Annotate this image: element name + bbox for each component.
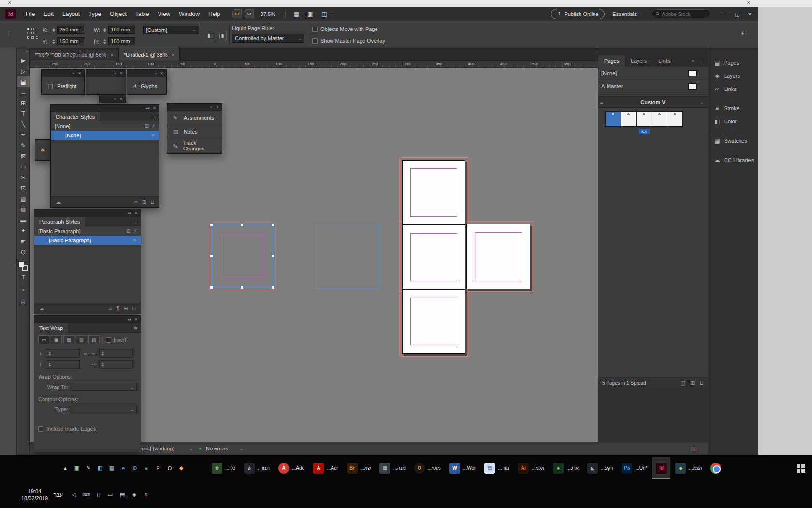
zoom-tool[interactable]: Ϙ bbox=[17, 247, 30, 257]
app-illustrator[interactable]: Ai...אלמ bbox=[514, 457, 548, 479]
checkbox-icon[interactable] bbox=[312, 27, 318, 32]
panel-tab-text-wrap[interactable]: Text Wrap bbox=[34, 323, 68, 333]
style-row-selected[interactable]: [None] ✕ bbox=[51, 131, 159, 140]
publish-online-button[interactable]: ↥ Publish Online bbox=[551, 9, 605, 19]
spread-page-top[interactable] bbox=[402, 160, 465, 225]
selection-handle[interactable] bbox=[271, 254, 275, 258]
page-thumbnail-3[interactable]: A bbox=[636, 111, 652, 127]
arrange-documents-dropdown[interactable]: ◫ ⌄ bbox=[321, 11, 332, 17]
sidebar-item-pages[interactable]: ▤Pages bbox=[708, 56, 758, 69]
close-icon[interactable]: ✕ bbox=[153, 106, 156, 110]
menu-file[interactable]: File bbox=[21, 7, 39, 21]
page-tool[interactable]: ▤ bbox=[17, 76, 30, 87]
liquid-page-rule-dropdown[interactable]: Controlled by Master ⌄ bbox=[232, 34, 304, 43]
wrap-mode-button-0[interactable]: ▭ bbox=[38, 335, 49, 344]
cc-sync-icon[interactable]: ☁ bbox=[56, 199, 61, 205]
workspace-dropdown[interactable]: Essentials ⌄ bbox=[612, 11, 643, 17]
stepper-icon[interactable] bbox=[102, 39, 107, 44]
stepper-icon[interactable] bbox=[51, 28, 56, 32]
field-value[interactable]: 100 mm bbox=[108, 26, 135, 34]
master-row[interactable]: A-Master bbox=[598, 80, 708, 93]
panel-menu-icon[interactable]: ≡ bbox=[700, 58, 703, 64]
wrap-mode-button-4[interactable]: ▧ bbox=[88, 335, 100, 344]
app-adobe[interactable]: A...Ado bbox=[275, 457, 308, 479]
screen-mode-button[interactable]: ⊡ bbox=[17, 296, 30, 309]
styles-list[interactable] bbox=[34, 245, 141, 303]
new-style-icon[interactable]: ⊞ bbox=[145, 123, 149, 129]
expand-icon[interactable]: » bbox=[114, 71, 116, 75]
document-tab[interactable]: *קטלוג ספרי לימוד.indd @ 56%✕ bbox=[30, 48, 119, 61]
close-icon[interactable]: ✕ bbox=[134, 317, 138, 322]
menu-help[interactable]: Help bbox=[204, 7, 225, 21]
background-close-icon[interactable]: ✕ bbox=[747, 0, 751, 5]
toolbar-expand-icon[interactable]: » bbox=[17, 48, 29, 55]
app-docs[interactable]: ▤...מוד bbox=[480, 457, 513, 479]
page-thumbnail-4[interactable]: A bbox=[652, 111, 667, 127]
quick-apply-icon[interactable]: ⚡ bbox=[152, 123, 155, 129]
wrap-mode-button-1[interactable]: ▣ bbox=[51, 335, 62, 344]
pen-tool[interactable]: ✒ bbox=[17, 130, 30, 140]
menu-table[interactable]: Table bbox=[131, 7, 154, 21]
document-tab[interactable]: *Untitled-1 @ 38%✕ bbox=[119, 48, 180, 61]
fill-stroke-controls[interactable] bbox=[18, 261, 28, 271]
wrap-mode-button-3[interactable]: ▥ bbox=[76, 335, 87, 344]
page-thumbnail-2[interactable]: A bbox=[621, 111, 637, 127]
language-indicator[interactable]: עבר bbox=[54, 492, 63, 498]
wrap-to-dropdown[interactable]: ⌄ bbox=[72, 383, 137, 391]
content-collector-tool[interactable]: ⊞ bbox=[17, 98, 30, 108]
menu-window[interactable]: Window bbox=[174, 7, 204, 21]
zoom-level-dropdown[interactable]: 37.5% ⌄ bbox=[261, 11, 281, 17]
edit-spread-icon[interactable]: ◫ bbox=[681, 380, 685, 386]
delete-style-icon[interactable]: ⊔ bbox=[132, 306, 136, 311]
screen-mode-dropdown[interactable]: ▣ ⌄ bbox=[307, 11, 318, 17]
eject-icon[interactable]: ⇧ bbox=[141, 490, 152, 500]
panel-item-track-changes[interactable]: ↹Track Changes bbox=[167, 139, 222, 153]
app-word[interactable]: W...Wor bbox=[446, 457, 479, 479]
close-icon[interactable]: ✕ bbox=[119, 71, 123, 75]
tablet-icon[interactable]: ▯ bbox=[93, 490, 103, 500]
shield-icon[interactable]: ◈ bbox=[129, 490, 140, 500]
delete-style-icon[interactable]: ⊔ bbox=[150, 199, 154, 205]
panel-menu-icon[interactable]: ≡ bbox=[153, 114, 156, 120]
control-checkbox-1[interactable]: Show Master Page Overlay bbox=[312, 38, 385, 44]
sidebar-item-stroke[interactable]: ≡Stroke bbox=[708, 102, 758, 115]
app-attach[interactable]: ◆...הצמ bbox=[671, 457, 706, 479]
panel-tab-paragraph-styles[interactable]: Paragraph Styles bbox=[34, 217, 85, 226]
tab-close-icon[interactable]: ✕ bbox=[110, 53, 114, 57]
gradient-feather-tool[interactable]: ▨ bbox=[17, 204, 30, 215]
app-archive[interactable]: ♣...ארכ bbox=[549, 457, 582, 479]
panel-item-notes[interactable]: ▤Notes bbox=[167, 125, 222, 139]
close-icon[interactable]: ✕ bbox=[119, 97, 123, 101]
panel-menu-icon[interactable]: ≡ bbox=[134, 325, 137, 331]
panel-tab-layers[interactable]: Layers bbox=[625, 55, 652, 67]
alternate-layout-header[interactable]: ≣ Custom V ⌄ bbox=[598, 96, 708, 108]
card-icon[interactable]: ▤ bbox=[117, 490, 128, 500]
grid-tray-icon[interactable]: ▦ bbox=[106, 463, 117, 474]
style-row-base[interactable]: [None] ⊞ ⚡ bbox=[51, 121, 159, 131]
edge-tray-icon[interactable]: e bbox=[118, 463, 129, 474]
paragraph-style-icon[interactable]: ¶ bbox=[116, 306, 119, 311]
selection-handle[interactable] bbox=[240, 286, 244, 289]
offset-field-3[interactable] bbox=[99, 360, 133, 369]
new-page-icon[interactable]: ⊞ bbox=[690, 380, 695, 386]
style-row-base[interactable]: [Basic Paragraph] ⊞ ⚡ bbox=[34, 226, 141, 236]
o-app-tray-icon[interactable]: O bbox=[164, 463, 175, 474]
collapse-icon[interactable]: ◂◂ bbox=[127, 317, 131, 322]
page-thumbnail-1[interactable]: A bbox=[605, 111, 621, 127]
taskbar-clock[interactable]: 19:04 18/02/2019 bbox=[21, 488, 48, 502]
selection-handle[interactable] bbox=[271, 224, 275, 227]
quick-apply-icon[interactable]: ⚡ bbox=[740, 30, 745, 37]
include-inside-edges-checkbox[interactable]: Include Inside Edges bbox=[34, 426, 141, 432]
offset-field-1[interactable] bbox=[46, 360, 80, 369]
create-style-icon[interactable]: ⊞ bbox=[142, 199, 146, 205]
new-style-icon[interactable]: ⊞ bbox=[127, 228, 130, 234]
delete-page-icon[interactable]: ⊔ bbox=[699, 380, 704, 386]
close-icon[interactable]: ✕ bbox=[216, 105, 219, 109]
menu-layout[interactable]: Layout bbox=[58, 7, 84, 21]
stepper-icon[interactable] bbox=[101, 351, 105, 356]
scissors-tool[interactable]: ✂ bbox=[17, 172, 30, 183]
style-group-icon[interactable]: ▱ bbox=[109, 306, 113, 311]
network-tray-icon[interactable]: ⊕ bbox=[130, 463, 140, 474]
clear-override-icon[interactable]: ✕ bbox=[151, 133, 155, 138]
app-music[interactable]: O...מוסי bbox=[410, 457, 445, 479]
